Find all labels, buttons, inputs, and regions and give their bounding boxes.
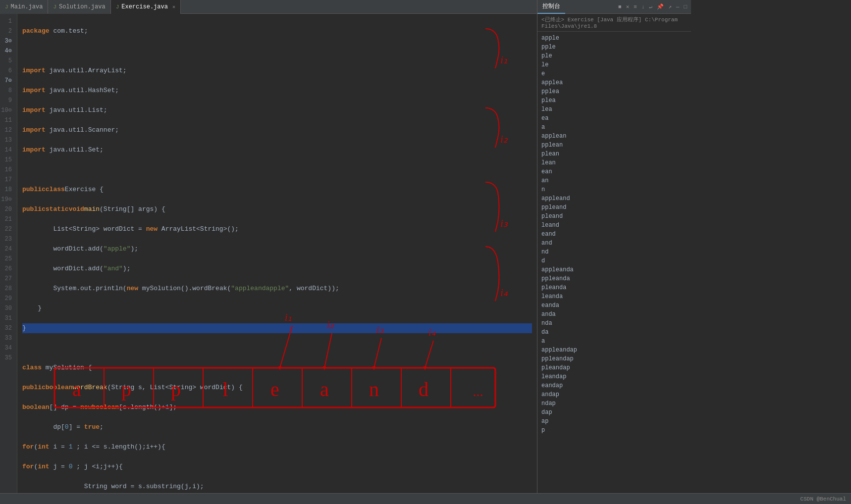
status-bar: CSDN @BenChual bbox=[0, 493, 851, 504]
line-num: 7⊙ bbox=[0, 76, 14, 86]
line-num: 11 bbox=[0, 115, 14, 125]
line-num: 22 bbox=[0, 224, 14, 234]
console-line: leandap bbox=[541, 372, 687, 381]
minimize-button[interactable]: — bbox=[675, 3, 681, 11]
line-num: 31 bbox=[0, 313, 14, 323]
line-num: 18 bbox=[0, 185, 14, 195]
console-panel: 控制台 ■ ✕ ≡ ↓ ↵ 📌 ↗ — □ <已终止> Exercise [Ja… bbox=[537, 0, 691, 504]
word-wrap-button[interactable]: ↵ bbox=[648, 2, 654, 11]
line-num: 4⊙ bbox=[0, 46, 14, 56]
console-line: eand bbox=[541, 230, 687, 239]
console-line: pleandap bbox=[541, 363, 687, 372]
console-line: applean bbox=[541, 132, 687, 141]
console-line: eanda bbox=[541, 301, 687, 310]
console-output[interactable]: apple pple ple le e applea pplea plea le… bbox=[537, 32, 691, 504]
tab-exercise-java[interactable]: J Exercise.java ✕ bbox=[111, 0, 181, 14]
line-num: 25 bbox=[0, 254, 14, 264]
line-num: 29 bbox=[0, 294, 14, 303]
line-num: 21 bbox=[0, 214, 14, 224]
code-line: List<String> wordDict = new ArrayList<St… bbox=[22, 224, 532, 234]
line-num: 32 bbox=[0, 323, 14, 333]
line-num: 26 bbox=[0, 264, 14, 274]
code-line: import java.util.List; bbox=[22, 105, 532, 115]
code-line: import java.util.ArrayList; bbox=[22, 66, 532, 76]
console-line: da bbox=[541, 328, 687, 337]
close-icon[interactable]: ✕ bbox=[172, 4, 175, 10]
console-line: appleand bbox=[541, 194, 687, 203]
line-num: 35 bbox=[0, 353, 14, 363]
console-line: dap bbox=[541, 408, 687, 417]
console-line: e bbox=[541, 69, 687, 78]
tab-label: Main.java bbox=[11, 3, 43, 10]
line-num: 33 bbox=[0, 333, 14, 343]
line-num: 23 bbox=[0, 234, 14, 244]
line-num: 14 bbox=[0, 145, 14, 155]
console-line: an bbox=[541, 176, 687, 185]
line-num: 17 bbox=[0, 175, 14, 185]
tab-bar: J Main.java J Solution.java J Exercise.j… bbox=[0, 0, 537, 14]
code-line: import java.util.HashSet; bbox=[22, 86, 532, 96]
line-num: 20 bbox=[0, 204, 14, 214]
line-num: 15 bbox=[0, 155, 14, 165]
tab-console[interactable]: 控制台 bbox=[537, 0, 565, 14]
code-line bbox=[22, 165, 532, 175]
console-line: ppleandap bbox=[541, 354, 687, 363]
code-line: wordDict.add("and"); bbox=[22, 264, 532, 274]
terminate-button[interactable]: ■ bbox=[617, 3, 623, 11]
code-line: for(int i = 1 ; i <= s.length();i++){ bbox=[22, 442, 532, 452]
tab-solution-java[interactable]: J Solution.java bbox=[48, 0, 110, 14]
code-line: import java.util.Set; bbox=[22, 145, 532, 155]
line-num: 28 bbox=[0, 284, 14, 294]
console-tab-label: 控制台 bbox=[542, 2, 560, 10]
code-area[interactable]: 1 2 3⊙ 4⊙ 5 6 7⊙ 8 9 10⊙ 11 12 13 14 15 … bbox=[0, 14, 537, 504]
code-line: System.out.println(new mySolution().word… bbox=[22, 284, 532, 294]
pin-button[interactable]: 📌 bbox=[655, 2, 665, 11]
line-num: 6 bbox=[0, 66, 14, 76]
line-num: 30 bbox=[0, 303, 14, 313]
code-line: } bbox=[22, 303, 532, 313]
editor-panel: J Main.java J Solution.java J Exercise.j… bbox=[0, 0, 537, 504]
console-line: eandap bbox=[541, 381, 687, 390]
console-header: <已终止> Exercise [Java 应用程序] C:\Program Fi… bbox=[537, 14, 691, 32]
console-line: pplean bbox=[541, 141, 687, 150]
console-line: appleanda bbox=[541, 265, 687, 274]
console-line: ea bbox=[541, 114, 687, 123]
console-line: ap bbox=[541, 417, 687, 426]
scroll-lock-button[interactable]: ↓ bbox=[640, 3, 646, 11]
console-line: lea bbox=[541, 105, 687, 114]
console-line: nd bbox=[541, 248, 687, 256]
line-num: 10⊙ bbox=[0, 105, 14, 115]
tab-main-java[interactable]: J Main.java bbox=[0, 0, 48, 14]
open-in-editor-button[interactable]: ↗ bbox=[667, 2, 673, 11]
console-line: leanda bbox=[541, 292, 687, 301]
java-icon: J bbox=[53, 4, 56, 10]
console-status: <已终止> Exercise [Java 应用程序] C:\Program Fi… bbox=[541, 17, 678, 29]
console-line: and bbox=[541, 239, 687, 248]
code-line: for(int j = 0 ; j <i;j++){ bbox=[22, 462, 532, 472]
code-line: String word = s.substring(j,i); bbox=[22, 482, 532, 492]
code-line: dp[0] = true; bbox=[22, 422, 532, 432]
remove-button[interactable]: ✕ bbox=[625, 2, 631, 11]
console-line: n bbox=[541, 185, 687, 194]
code-line: public static void main(String[] args) { bbox=[22, 204, 532, 214]
console-line: andap bbox=[541, 390, 687, 399]
console-line: ppleanda bbox=[541, 274, 687, 283]
java-icon: J bbox=[5, 4, 8, 10]
console-line: applea bbox=[541, 78, 687, 87]
line-num: 1 bbox=[0, 16, 14, 26]
maximize-button[interactable]: □ bbox=[682, 3, 689, 11]
line-num: 19⊙ bbox=[0, 195, 14, 204]
code-content[interactable]: package com.test; import java.util.Array… bbox=[17, 14, 537, 504]
code-line bbox=[22, 46, 532, 56]
console-toolbar: ■ ✕ ≡ ↓ ↵ 📌 ↗ — □ bbox=[617, 2, 691, 11]
console-line: appleandap bbox=[541, 346, 687, 354]
console-line: ean bbox=[541, 167, 687, 176]
console-line: apple bbox=[541, 34, 687, 43]
clear-button[interactable]: ≡ bbox=[632, 3, 638, 11]
console-line: le bbox=[541, 60, 687, 69]
line-num: 27 bbox=[0, 274, 14, 284]
status-text: CSDN @BenChual bbox=[800, 496, 846, 502]
code-line: public class Exercise { bbox=[22, 185, 532, 195]
console-line: pplea bbox=[541, 87, 687, 96]
line-num: 5 bbox=[0, 56, 14, 66]
